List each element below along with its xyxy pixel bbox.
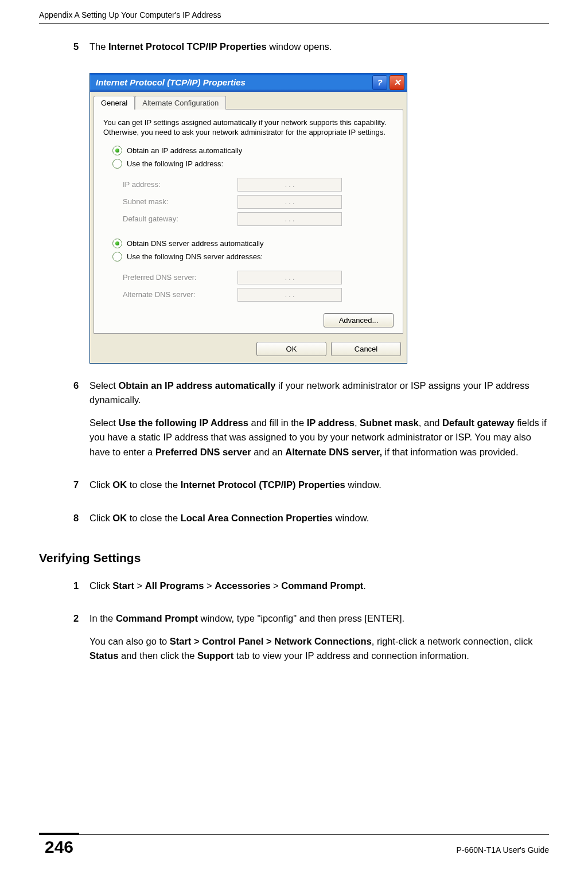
text-bold: All Programs (145, 580, 204, 591)
field-label: Preferred DNS server: (123, 273, 237, 282)
page-number: 246 (39, 833, 79, 857)
radio-icon (112, 252, 122, 262)
text: window, type "ipconfig" and then press [… (198, 613, 404, 623)
text: Select (89, 380, 118, 391)
text: > (204, 580, 215, 591)
text-bold: Status (89, 650, 118, 661)
radio-label: Use the following DNS server addresses: (127, 252, 263, 261)
text: Click (89, 580, 112, 591)
preferred-dns-input[interactable]: . . . (237, 271, 342, 284)
tab-alternate-configuration[interactable]: Alternate Configuration (135, 96, 226, 110)
running-header: Appendix A Setting Up Your Computer's IP… (39, 0, 549, 24)
text: Click (89, 513, 112, 523)
text-bold: Support (197, 650, 233, 661)
text-bold: Use the following IP Address (118, 418, 248, 428)
text-bold: Accessories (215, 580, 270, 591)
radio-icon (112, 239, 122, 248)
field-subnet-mask: Subnet mask: . . . (123, 195, 394, 209)
radio-obtain-ip-row[interactable]: Obtain an IP address automatically (103, 146, 394, 155)
text: > (134, 580, 145, 591)
text-bold: Internet Protocol TCP/IP Properties (108, 41, 267, 52)
radio-use-ip-row[interactable]: Use the following IP address: (103, 159, 394, 169)
text: window opens. (267, 41, 332, 52)
text: window. (333, 513, 369, 523)
field-ip-address: IP address: . . . (123, 178, 394, 192)
close-button[interactable]: ✕ (390, 75, 404, 90)
subnet-mask-input[interactable]: . . . (237, 195, 342, 209)
dialog-title: Internet Protocol (TCP/IP) Properties (96, 77, 370, 87)
text: In the (89, 613, 116, 623)
field-label: Subnet mask: (123, 197, 237, 206)
dialog-description: You can get IP settings assigned automat… (103, 118, 394, 138)
text-bold: Default gateway (442, 418, 515, 428)
text: window. (345, 479, 381, 490)
text: and an (251, 447, 286, 457)
dialog-titlebar: Internet Protocol (TCP/IP) Properties ? … (90, 73, 407, 92)
alternate-dns-input[interactable]: . . . (237, 288, 342, 302)
step-5-number: 5 (73, 40, 89, 63)
text-bold: Start (112, 580, 134, 591)
step-8: 8 Click OK to close the Local Area Conne… (73, 511, 549, 534)
help-button[interactable]: ? (372, 75, 387, 90)
text: to close the (127, 513, 181, 523)
step-8-number: 8 (73, 511, 89, 534)
text: Select (89, 418, 118, 428)
verify-step-1: 1 Click Start > All Programs > Accessori… (73, 579, 549, 602)
radio-icon (112, 146, 122, 155)
step-7-number: 7 (73, 478, 89, 501)
text-bold: Local Area Connection Properties (181, 513, 333, 523)
text: tab to view your IP address and connecti… (233, 650, 469, 661)
step-6-number: 6 (73, 379, 89, 468)
text: The (89, 41, 108, 52)
subheading-verifying-settings: Verifying Settings (39, 551, 549, 565)
advanced-button[interactable]: Advanced... (324, 313, 394, 327)
field-default-gateway: Default gateway: . . . (123, 212, 394, 226)
text: , right-click a network connection, clic… (372, 636, 533, 646)
text: You can also go to (89, 636, 170, 646)
text-bold: Internet Protocol (TCP/IP) Properties (181, 479, 345, 490)
radio-label: Use the following IP address: (127, 159, 223, 168)
default-gateway-input[interactable]: . . . (237, 212, 342, 226)
ok-button[interactable]: OK (256, 342, 326, 356)
verify-step-1-number: 1 (73, 579, 89, 602)
radio-icon (112, 159, 122, 169)
text-bold: OK (112, 479, 127, 490)
verify-step-2-number: 2 (73, 611, 89, 672)
text: and fill in the (248, 418, 307, 428)
text: and then click the (118, 650, 197, 661)
text: Click (89, 479, 112, 490)
field-preferred-dns: Preferred DNS server: . . . (123, 271, 394, 284)
text-bold: OK (112, 513, 127, 523)
field-label: Default gateway: (123, 214, 237, 223)
field-alternate-dns: Alternate DNS server: . . . (123, 288, 394, 302)
text: , (355, 418, 360, 428)
step-5: 5 The Internet Protocol TCP/IP Propertie… (73, 40, 549, 63)
radio-label: Obtain an IP address automatically (127, 146, 242, 155)
step-6: 6 Select Obtain an IP address automatica… (73, 379, 549, 468)
text-bold: Obtain an IP address automatically (118, 380, 275, 391)
text-bold: Command Prompt (281, 580, 363, 591)
text-bold: Command Prompt (116, 613, 198, 623)
field-label: Alternate DNS server: (123, 290, 237, 299)
text-bold: Start > Control Panel > Network Connecti… (170, 636, 372, 646)
text: to close the (127, 479, 181, 490)
text-bold: Alternate DNS server, (285, 447, 382, 457)
tab-panel-general: You can get IP settings assigned automat… (94, 109, 403, 334)
radio-obtain-dns-row[interactable]: Obtain DNS server address automatically (103, 239, 394, 248)
radio-label: Obtain DNS server address automatically (127, 239, 263, 248)
ip-address-input[interactable]: . . . (237, 178, 342, 192)
tab-general[interactable]: General (94, 96, 135, 110)
page-footer: 246 P-660N-T1A User's Guide (39, 834, 549, 857)
text-bold: Subnet mask (360, 418, 419, 428)
text: if that information was provided. (382, 447, 519, 457)
verify-step-2: 2 In the Command Prompt window, type "ip… (73, 611, 549, 672)
text: . (363, 580, 366, 591)
tcpip-properties-dialog: Internet Protocol (TCP/IP) Properties ? … (89, 73, 407, 364)
text-bold: IP address (307, 418, 355, 428)
tab-strip: General Alternate Configuration (90, 92, 407, 109)
cancel-button[interactable]: Cancel (331, 342, 401, 356)
text: > (271, 580, 282, 591)
step-7: 7 Click OK to close the Internet Protoco… (73, 478, 549, 501)
text: , and (419, 418, 442, 428)
radio-use-dns-row[interactable]: Use the following DNS server addresses: (103, 252, 394, 262)
